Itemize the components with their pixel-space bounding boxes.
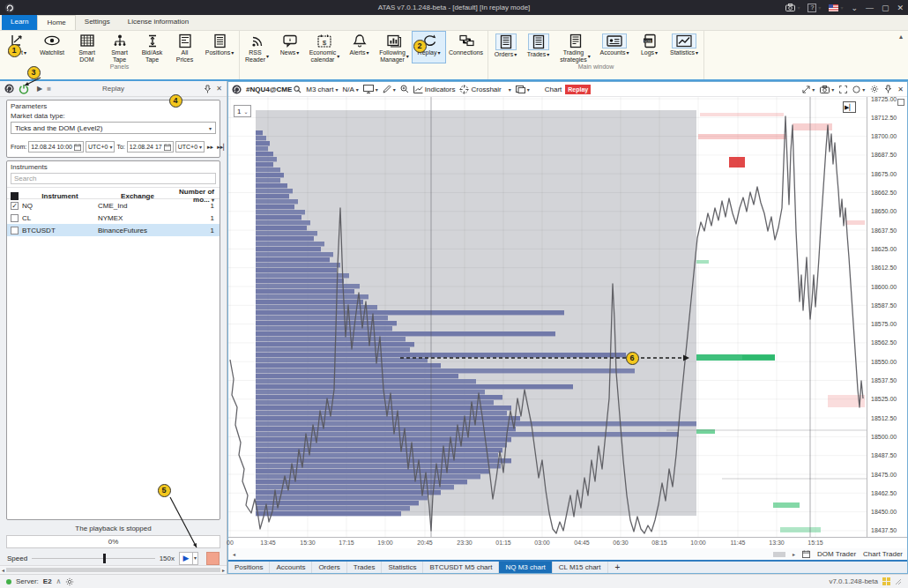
tab-settings[interactable]: Settings [76,15,119,30]
slider-track [32,558,154,559]
positions-button[interactable]: Positions▾ [201,32,238,63]
following-manager-button[interactable]: Following Manager▾ [376,32,413,63]
scroll-left-arrow[interactable]: ◂ [2,567,4,573]
power-button-icon[interactable] [19,84,29,94]
play-replay-button[interactable]: ▶ [37,85,42,93]
dropdown-caret-icon: ▾ [696,49,698,56]
scrollbar-thumb[interactable] [6,568,220,572]
collapse-ribbon-button[interactable]: ▴ [894,31,908,42]
collapse-titlebar-button[interactable]: ⌄ [851,4,858,12]
to-timezone-select[interactable]: UTC+0▾ [175,141,205,153]
trades-button[interactable]: Trades▾ [522,32,554,63]
chart-scrollbar-thumb[interactable] [773,552,785,557]
title-bar: ATAS v7.0.1.248-beta - [default] [In rep… [0,0,908,15]
playback-progress-bar[interactable]: 0% [6,535,220,548]
smart-tape-button[interactable]: Smart Tape [103,32,136,63]
row-checkbox[interactable] [11,227,19,234]
price-chart-plot[interactable] [228,97,867,537]
tab-nq-m3-chart[interactable]: NQ M3 chart [499,562,552,573]
go-to-latest-bar-button[interactable]: ▶▏ [843,101,856,113]
connections-button[interactable]: Connections [445,32,487,63]
instruments-table-header[interactable]: Instrument Exchange Number of mo... ▾ [7,187,220,199]
chart-panel-number-selector[interactable]: 1⌄ [234,105,251,117]
theme-button[interactable]: ▾ [852,86,865,93]
to-date-input[interactable]: 12.08.24 17 [127,141,174,153]
chart-settings-button[interactable] [870,85,879,93]
fullscreen-button[interactable] [839,86,847,93]
from-date-input[interactable]: 12.08.24 10:00 [28,141,84,153]
help-button[interactable]: ?▾ [808,4,821,12]
logs-button[interactable]: LOGLogs▾ [633,32,666,63]
close-button[interactable]: ✕ [897,4,904,12]
calendar-icon [74,144,81,151]
tab-cl-m15-chart[interactable]: CL M15 chart [553,562,608,573]
tab-learn[interactable]: Learn [2,15,37,30]
tab-orders[interactable]: Orders [312,562,346,573]
resize-window-button[interactable]: ▾ [802,86,815,93]
maximize-button[interactable]: ▢ [882,4,889,12]
instruments-group: Instruments Search Instrument Exchange N… [6,160,220,520]
economic-calendar-button[interactable]: $Economic calendar▾ [306,32,343,63]
from-label: From: [11,144,26,150]
axis-settings-icon[interactable] [897,99,904,106]
instrument-row-btcusdt[interactable]: BTCUSDT BinanceFutures 1 [7,224,220,236]
from-timezone-select[interactable]: UTC+0▾ [86,141,115,153]
instrument-row-nq[interactable]: ✓ NQ CME_Ind 1 [7,199,220,212]
calendar-icon[interactable] [802,550,810,558]
price-axis-label: 18712.50 [871,115,897,121]
tab-positions[interactable]: Positions [228,562,270,573]
bid-ask-tape-button[interactable]: Bid/Ask Tape [136,32,168,63]
slider-handle[interactable] [103,554,106,563]
annotation-circle-3: 3 [27,66,41,79]
minimize-button[interactable]: — [866,4,874,12]
instrument-row-cl[interactable]: CL NYMEX 1 [7,212,220,224]
alerts-button[interactable]: Alerts▾ [343,32,376,63]
smart-dom-button[interactable]: Smart DOM [71,32,103,63]
tab-btcusdt-m5-chart[interactable]: BTCUSDT M5 chart [423,562,499,573]
close-chart-button[interactable]: ✕ [897,86,904,93]
row-checkbox-checked[interactable]: ✓ [11,202,19,210]
resize-grip[interactable] [895,578,902,585]
statistics-button[interactable]: Statistics▾ [666,32,703,63]
scroll-right-arrow[interactable]: ▸ [793,551,795,557]
search-input[interactable]: Search [11,173,216,184]
market-data-type-select[interactable]: Ticks and the DOM (Level2) ▾ [11,122,216,134]
screenshot-button[interactable]: ▾ [785,4,800,11]
close-panel-button[interactable]: ✕ [216,85,222,93]
tab-license-information[interactable]: License information [119,15,197,30]
pin-panel-button[interactable] [204,85,212,93]
dom-trader-toggle[interactable]: DOM Trader [817,550,856,558]
watchlist-button[interactable]: Watchlist [33,32,71,63]
chart-screenshot-button[interactable]: ▾ [820,86,834,93]
rss-reader-button[interactable]: RSS Reader▾ [241,32,273,63]
chart-trader-toggle[interactable]: Chart Trader [863,550,903,558]
time-axis[interactable]: 0013:4515:3017:1519:0020:4523:3001:1503:… [228,537,907,548]
tab-trades[interactable]: Trades [347,562,383,573]
chart-area[interactable]: 1⌄ ▶▏ 18725.0018712.5018700.0018687.5018… [228,97,907,537]
tab-home[interactable]: Home [37,15,75,30]
stop-replay-button[interactable]: ■ [47,85,51,93]
accounts-button[interactable]: Accounts▾ [596,32,633,63]
pin-chart-button[interactable] [884,85,892,93]
scroll-right-arrow[interactable]: ▸ [222,567,225,573]
stop-playback-button[interactable] [206,552,220,565]
price-axis[interactable]: 18725.0018712.5018700.0018687.5018675.00… [867,97,907,537]
skip-forward-button[interactable]: ▸▸ [206,144,214,151]
tab-statistics[interactable]: Statistics [382,562,423,573]
language-selector[interactable]: ▾ [829,4,843,11]
scroll-left-arrow[interactable]: ◂ [233,551,235,557]
playback-options-caret[interactable]: ▾ [193,552,198,565]
expand-status-chevron[interactable]: ∧ [56,577,62,585]
start-playback-button[interactable]: ▶ [179,552,193,565]
news-button[interactable]: News▾ [273,32,306,63]
speed-slider[interactable] [32,554,154,563]
orders-button[interactable]: Orders▾ [489,32,522,63]
left-panel-horizontal-scrollbar[interactable]: ◂▸ [0,565,227,574]
row-checkbox[interactable] [11,214,19,222]
all-prices-button[interactable]: All Prices [168,32,201,63]
tab-accounts[interactable]: Accounts [270,562,312,573]
trading-strategies-button[interactable]: Trading strategies▾ [554,32,596,63]
price-axis-label: 18612.50 [871,264,897,271]
add-tab-button[interactable]: + [608,562,628,573]
gear-icon[interactable] [65,577,74,586]
